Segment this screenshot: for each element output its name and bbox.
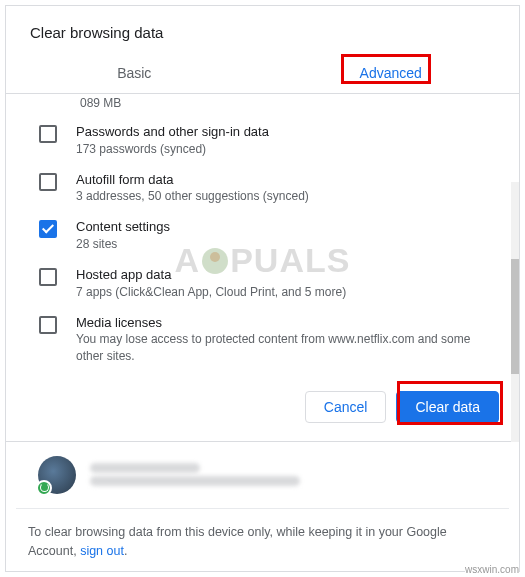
checkbox-media-licenses[interactable] — [39, 316, 57, 334]
truncated-previous-row: 089 MB — [24, 96, 503, 116]
account-info — [90, 460, 489, 489]
item-title: Passwords and other sign-in data — [76, 123, 499, 141]
item-subtext: 3 addresses, 50 other suggestions (synce… — [76, 188, 499, 204]
item-subtext: You may lose access to protected content… — [76, 331, 499, 363]
item-subtext: 7 apps (Click&Clean App, Cloud Print, an… — [76, 284, 499, 300]
footer-note: To clear browsing data from this device … — [6, 509, 519, 575]
list-item: Hosted app data 7 apps (Click&Clean App,… — [24, 259, 503, 307]
item-subtext: 173 passwords (synced) — [76, 141, 499, 157]
item-title: Hosted app data — [76, 266, 499, 284]
item-title: Autofill form data — [76, 171, 499, 189]
sync-badge-icon — [36, 480, 52, 496]
clear-browsing-data-dialog: Clear browsing data Basic Advanced 089 M… — [5, 5, 520, 572]
item-title: Content settings — [76, 218, 499, 236]
avatar — [38, 456, 76, 494]
source-label: wsxwin.com — [465, 564, 519, 575]
checkbox-passwords[interactable] — [39, 125, 57, 143]
dialog-title: Clear browsing data — [6, 6, 519, 55]
account-email-redacted — [90, 476, 300, 486]
list-item: Passwords and other sign-in data 173 pas… — [24, 116, 503, 164]
tab-advanced[interactable]: Advanced — [263, 55, 520, 93]
checkbox-hosted-app[interactable] — [39, 268, 57, 286]
tab-basic[interactable]: Basic — [6, 55, 263, 93]
account-name-redacted — [90, 463, 200, 473]
item-title: Media licenses — [76, 314, 499, 332]
options-list: 089 MB Passwords and other sign-in data … — [6, 94, 519, 375]
item-subtext: 28 sites — [76, 236, 499, 252]
tabs: Basic Advanced — [6, 55, 519, 94]
account-row[interactable] — [16, 442, 509, 509]
checkbox-autofill[interactable] — [39, 173, 57, 191]
cancel-button[interactable]: Cancel — [305, 391, 387, 423]
list-item: Content settings 28 sites — [24, 211, 503, 259]
list-item: Media licenses You may lose access to pr… — [24, 307, 503, 371]
sign-out-link[interactable]: sign out — [80, 544, 124, 558]
list-item: Autofill form data 3 addresses, 50 other… — [24, 164, 503, 212]
clear-data-button[interactable]: Clear data — [396, 391, 499, 423]
checkbox-content-settings[interactable] — [39, 220, 57, 238]
dialog-actions: Cancel Clear data — [6, 375, 519, 442]
